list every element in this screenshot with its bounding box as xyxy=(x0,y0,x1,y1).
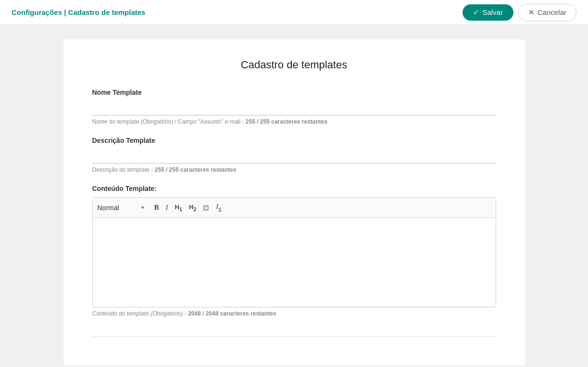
checkmark-icon: ✓ xyxy=(473,8,479,17)
navbar: Configurações | Cadastro de templates ✓ … xyxy=(0,0,588,25)
breadcrumb: Configurações | Cadastro de templates xyxy=(12,8,145,16)
conteudo-template-char-count: 2048 / 2048 caracteres restantes xyxy=(188,310,276,317)
descricao-template-group: Descrição Template Descrição do template… xyxy=(92,137,496,173)
bold-button[interactable]: B xyxy=(151,202,163,214)
format-select-wrapper: Normal Cabeçalho 1 Cabeçalho 2 Citação ▾ xyxy=(98,204,144,212)
h1-button[interactable]: H1 xyxy=(172,202,186,214)
nome-template-label: Nome Template xyxy=(92,89,496,96)
cancel-label: Cancelar xyxy=(538,8,566,16)
nome-template-group: Nome Template Nome do template (Obrigató… xyxy=(92,89,496,125)
nome-template-input[interactable] xyxy=(92,99,496,115)
nome-template-hint: Nome do template (Obrigatório) / Campo "… xyxy=(92,118,496,125)
h1-icon: H1 xyxy=(175,203,182,212)
rich-text-editor: Normal Cabeçalho 1 Cabeçalho 2 Citação ▾… xyxy=(92,197,496,307)
form-card: Cadastro de templates Nome Template Nome… xyxy=(63,39,525,366)
bold-icon: B xyxy=(154,203,159,212)
breadcrumb-active: Cadastro de templates xyxy=(68,8,146,16)
descricao-template-input[interactable] xyxy=(92,147,496,164)
h2-icon: H2 xyxy=(189,203,196,212)
image-icon: ⊡ xyxy=(203,203,209,212)
conteudo-template-hint-prefix: Conteúdo do template (Obrigatório) - xyxy=(92,310,187,317)
save-button[interactable]: ✓ Salvar xyxy=(463,4,513,21)
conteudo-template-label: Conteúdo Template: xyxy=(92,185,496,192)
descricao-template-hint-prefix: Descrição do template - xyxy=(92,166,153,173)
nome-template-hint-prefix: Nome do template (Obrigatório) / Campo "… xyxy=(92,118,244,125)
descricao-template-char-count: 255 / 255 caracteres restantes xyxy=(155,166,237,173)
save-label: Salvar xyxy=(482,8,503,16)
italic-button[interactable]: I xyxy=(163,202,172,214)
nome-template-char-count: 255 / 255 caracteres restantes xyxy=(246,118,327,125)
italic-icon: I xyxy=(166,203,168,212)
clear-format-icon: Ix xyxy=(216,202,221,213)
conteudo-template-group: Conteúdo Template: Normal Cabeçalho 1 Ca… xyxy=(92,185,496,317)
navbar-actions: ✓ Salvar ✕ Cancelar xyxy=(463,4,576,21)
cancel-button[interactable]: ✕ Cancelar xyxy=(518,4,576,21)
form-title: Cadastro de templates xyxy=(92,59,496,71)
h2-button[interactable]: H2 xyxy=(186,202,200,214)
editor-toolbar: Normal Cabeçalho 1 Cabeçalho 2 Citação ▾… xyxy=(93,198,496,218)
page-wrapper: Cadastro de templates Nome Template Nome… xyxy=(0,25,588,367)
format-select[interactable]: Normal Cabeçalho 1 Cabeçalho 2 Citação xyxy=(98,204,144,212)
editor-body[interactable] xyxy=(93,218,496,307)
descricao-template-label: Descrição Template xyxy=(92,137,496,144)
conteudo-template-hint: Conteúdo do template (Obrigatório) - 204… xyxy=(92,310,496,317)
bottom-separator xyxy=(92,336,496,337)
clear-format-button[interactable]: Ix xyxy=(213,201,225,215)
image-button[interactable]: ⊡ xyxy=(200,202,213,214)
breadcrumb-static: Configurações | xyxy=(12,8,66,16)
descricao-template-hint: Descrição do template - 255 / 255 caract… xyxy=(92,166,496,173)
close-icon: ✕ xyxy=(528,8,535,17)
